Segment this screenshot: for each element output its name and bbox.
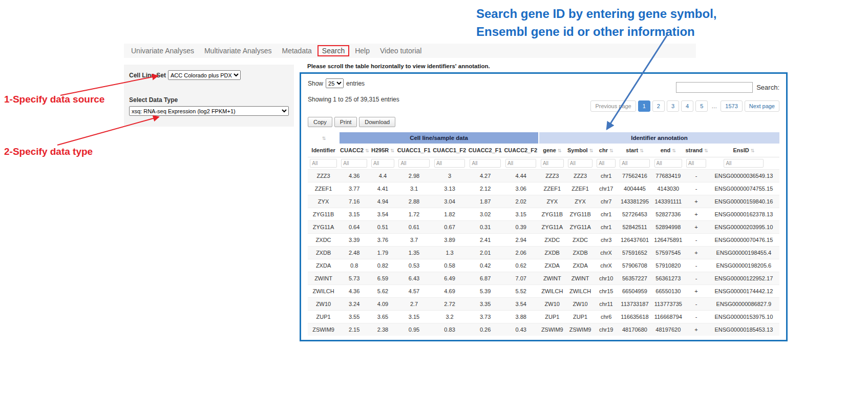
page-button-3[interactable]: 3 bbox=[667, 100, 679, 112]
table-cell: 3.15 bbox=[339, 208, 369, 221]
table-cell: ZSWIM9 bbox=[308, 323, 339, 336]
column-header-chr[interactable]: chr⇅ bbox=[595, 144, 618, 157]
filter-input-cuacc2[interactable] bbox=[341, 159, 367, 168]
annotation-step2: 2-Specify data type bbox=[4, 146, 93, 157]
table-cell: ENSG00000185453.13 bbox=[708, 323, 779, 336]
column-header-gene[interactable]: gene⇅ bbox=[539, 144, 566, 157]
table-cell: ZYG11B bbox=[566, 208, 595, 221]
table-cell: ZXDC bbox=[566, 234, 595, 247]
table-cell: chr10 bbox=[595, 272, 618, 285]
filter-input-end[interactable] bbox=[654, 159, 682, 168]
filter-input-chr[interactable] bbox=[597, 159, 616, 168]
table-cell: chr15 bbox=[595, 285, 618, 298]
table-cell: 3.55 bbox=[339, 311, 369, 323]
table-cell: 3.1 bbox=[396, 182, 432, 195]
filter-input-ensid[interactable] bbox=[724, 159, 764, 168]
identifier-sort-icon[interactable]: ⇅ bbox=[308, 132, 339, 144]
annotation-step1: 1-Specify data source bbox=[4, 94, 104, 105]
table-cell: 3.02 bbox=[468, 208, 503, 221]
download-button[interactable]: Download bbox=[359, 117, 395, 127]
table-cell: 3.88 bbox=[503, 311, 539, 323]
page-button-1[interactable]: 1 bbox=[638, 100, 650, 112]
column-header-start[interactable]: start⇅ bbox=[618, 144, 652, 157]
table-cell: 0.82 bbox=[369, 259, 396, 272]
table-cell: 57910820 bbox=[652, 259, 684, 272]
table-cell: 3.65 bbox=[369, 311, 396, 323]
table-cell: ZZEF1 bbox=[566, 182, 595, 195]
page-length-select[interactable]: 25 bbox=[326, 78, 344, 88]
table-cell: 56361273 bbox=[652, 272, 684, 285]
table-cell: - bbox=[684, 234, 708, 247]
column-header-h295r[interactable]: H295R⇅ bbox=[369, 144, 396, 157]
column-header-strand[interactable]: strand⇅ bbox=[684, 144, 708, 157]
nav-item-multivariate-analyses[interactable]: Multivariate Analyses bbox=[200, 45, 277, 56]
data-source-panel: Cell Line Set ACC Colorado plus PDX Sele… bbox=[124, 65, 294, 127]
previous-page-button[interactable]: Previous page bbox=[590, 100, 636, 112]
table-cell: 0.26 bbox=[468, 323, 503, 336]
page-button-1573[interactable]: 1573 bbox=[721, 100, 742, 112]
table-cell: 3.7 bbox=[396, 234, 432, 247]
filter-input-identifier[interactable] bbox=[310, 159, 337, 168]
table-cell: 3.73 bbox=[468, 311, 503, 323]
filter-input-h295r[interactable] bbox=[371, 159, 394, 168]
copy-button[interactable]: Copy bbox=[308, 117, 332, 127]
table-cell: 4.69 bbox=[432, 285, 468, 298]
column-header-cuacc1_f2[interactable]: CUACC1_F2⇅ bbox=[432, 144, 468, 157]
table-cell: 0.58 bbox=[432, 259, 468, 272]
filter-input-start[interactable] bbox=[620, 159, 649, 168]
table-cell: 1.72 bbox=[396, 208, 432, 221]
nav-item-help[interactable]: Help bbox=[350, 45, 374, 56]
table-row: ZWINT5.736.596.436.496.877.07ZWINTZWINTc… bbox=[308, 272, 779, 285]
table-cell: 1.35 bbox=[396, 247, 432, 259]
cell-line-set-select[interactable]: ACC Colorado plus PDX bbox=[168, 70, 241, 80]
table-cell: 3.54 bbox=[369, 208, 396, 221]
table-cell: 2.98 bbox=[396, 170, 432, 182]
table-cell: - bbox=[684, 272, 708, 285]
table-cell: 56357227 bbox=[618, 272, 652, 285]
data-type-select[interactable]: xsq: RNA-seq Expression (log2 FPKM+1) bbox=[129, 106, 289, 116]
column-header-identifier[interactable]: Identifier bbox=[308, 144, 339, 157]
filter-input-cuacc2_f2[interactable] bbox=[505, 159, 536, 168]
nav-item-univariate-analyses[interactable]: Univariate Analyses bbox=[126, 45, 199, 56]
page-button-5[interactable]: 5 bbox=[695, 100, 708, 112]
table-cell: ZSWIM9 bbox=[539, 323, 566, 336]
column-header-cuacc2[interactable]: CUACC2⇅ bbox=[339, 144, 369, 157]
column-header-cuacc2_f1[interactable]: CUACC2_F1⇅ bbox=[468, 144, 503, 157]
search-input[interactable] bbox=[676, 82, 753, 93]
sort-icon: ⇅ bbox=[390, 148, 394, 153]
table-cell: 4.09 bbox=[369, 298, 396, 311]
sort-icon: ⇅ bbox=[704, 148, 708, 153]
column-header-ensid[interactable]: EnsID⇅ bbox=[708, 144, 779, 157]
filter-input-gene[interactable] bbox=[541, 159, 564, 168]
sort-icon: ⇅ bbox=[322, 136, 326, 141]
column-header-symbol[interactable]: Symbol⇅ bbox=[566, 144, 595, 157]
table-cell: 5.52 bbox=[503, 285, 539, 298]
table-cell: chr3 bbox=[595, 234, 618, 247]
print-button[interactable]: Print bbox=[334, 117, 357, 127]
page-button-4[interactable]: 4 bbox=[681, 100, 693, 112]
table-cell: 6.87 bbox=[468, 272, 503, 285]
column-header-cuacc2_f2[interactable]: CUACC2_F2⇅ bbox=[503, 144, 539, 157]
gene-data-table: ⇅Cell line/sample dataIdentifier annotat… bbox=[308, 132, 779, 336]
table-cell: 2.01 bbox=[468, 247, 503, 259]
next-page-button[interactable]: Next page bbox=[745, 100, 779, 112]
column-header-end[interactable]: end⇅ bbox=[652, 144, 684, 157]
nav-item-metadata[interactable]: Metadata bbox=[277, 45, 316, 56]
page-button-2[interactable]: 2 bbox=[652, 100, 665, 112]
filter-input-cuacc1_f2[interactable] bbox=[434, 159, 465, 168]
table-cell: 143391111 bbox=[652, 195, 684, 208]
table-cell: 126475891 bbox=[652, 234, 684, 247]
filter-input-cuacc1_f1[interactable] bbox=[398, 159, 429, 168]
page-length-control: Show 25 entries bbox=[308, 78, 365, 88]
table-cell: ZW10 bbox=[539, 298, 566, 311]
nav-item-search[interactable]: Search bbox=[317, 45, 349, 56]
table-row: ZZZ34.364.42.9834.274.44ZZZ3ZZZ3chr17756… bbox=[308, 170, 779, 182]
filter-input-strand[interactable] bbox=[686, 159, 706, 168]
filter-input-symbol[interactable] bbox=[568, 159, 593, 168]
filter-input-cuacc2_f1[interactable] bbox=[470, 159, 500, 168]
column-header-cuacc1_f1[interactable]: CUACC1_F1⇅ bbox=[396, 144, 432, 157]
nav-item-video-tutorial[interactable]: Video tutorial bbox=[375, 45, 426, 56]
table-cell: ZW10 bbox=[566, 298, 595, 311]
table-row: ZWILCH4.365.624.574.695.395.52ZWILCHZWIL… bbox=[308, 285, 779, 298]
table-cell: 0.62 bbox=[503, 259, 539, 272]
